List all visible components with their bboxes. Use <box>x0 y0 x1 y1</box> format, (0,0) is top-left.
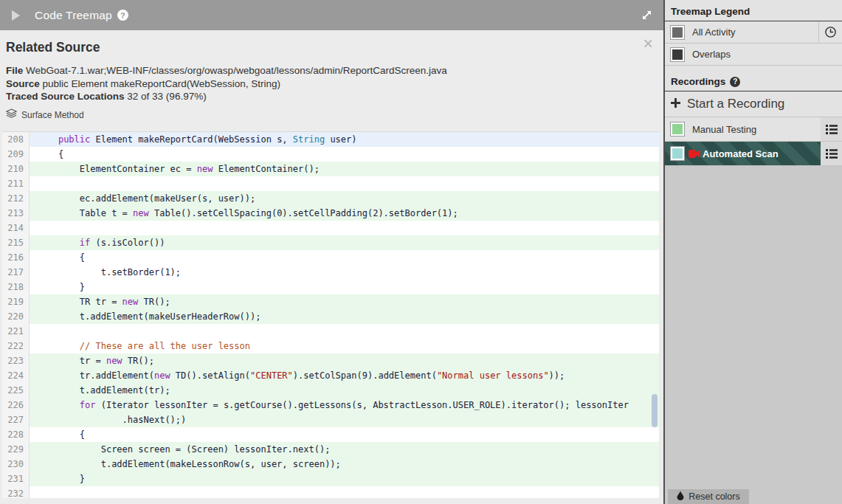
line-number: 208 <box>2 132 30 147</box>
legend-label: Overlaps <box>692 49 731 60</box>
code-line: 219 TR tr = new TR(); <box>2 294 659 309</box>
code-line: 210 ElementContainer ec = new ElementCon… <box>2 162 659 176</box>
source-label: Source <box>6 78 40 89</box>
code-line-text: tr.addElement(new TD().setAlign("CENTER"… <box>30 368 659 383</box>
code-line-text <box>30 221 659 235</box>
line-number: 224 <box>2 368 30 383</box>
code-line-text: public Element makeReportCard(WebSession… <box>30 132 659 147</box>
close-icon[interactable]: × <box>643 35 653 52</box>
line-number: 217 <box>2 265 30 280</box>
file-value: WebGoat-7.1.war;WEB-INF/classes/org/owas… <box>26 65 447 76</box>
code-line: 229 Screen screen = (Screen) lessonIter.… <box>2 442 659 457</box>
treemap-legend-title: Treemap Legend <box>665 0 842 21</box>
expand-icon[interactable] <box>641 9 653 21</box>
line-number: 226 <box>2 398 30 412</box>
recording-camera-icon <box>689 150 700 158</box>
traced-row: Traced Source Locations 32 of 33 (96.97%… <box>0 89 663 103</box>
line-number: 229 <box>2 442 30 457</box>
line-number: 212 <box>2 191 30 206</box>
start-recording-button[interactable]: Start a Recording <box>665 92 842 117</box>
code-line-text: Screen screen = (Screen) lessonIter.next… <box>30 442 659 457</box>
line-number: 214 <box>2 221 30 235</box>
history-clock-button[interactable] <box>818 21 842 43</box>
line-number: 228 <box>2 427 30 442</box>
recording-list-button[interactable] <box>821 142 842 165</box>
line-number: 232 <box>2 486 30 498</box>
line-number: 215 <box>2 235 30 250</box>
recordings-title-text: Recordings <box>671 76 725 87</box>
traced-value: 32 of 33 (96.97%) <box>127 91 206 102</box>
recording-item-main[interactable]: Automated Scan <box>665 142 821 165</box>
app-root: Code Treemap ? × Related Source File Web… <box>0 0 842 504</box>
reset-colors-button[interactable]: Reset colors <box>668 489 749 504</box>
code-line: 224 tr.addElement(new TD().setAlign("CEN… <box>2 368 659 383</box>
line-number: 223 <box>2 353 30 368</box>
sidebar-empty-area <box>665 166 842 504</box>
line-number: 218 <box>2 280 30 294</box>
recording-item-main[interactable]: Manual Testing <box>665 117 821 141</box>
plus-icon <box>671 97 680 111</box>
recording-item-automated-scan[interactable]: Automated Scan <box>665 142 842 166</box>
code-line-text: t.setBorder(1); <box>30 265 659 280</box>
code-line: 217 t.setBorder(1); <box>2 265 659 280</box>
code-line-text: { <box>30 427 659 442</box>
code-line: 213 Table t = new Table().setCellSpacing… <box>2 206 659 221</box>
code-line-text: t.addElement(makeUserHeaderRow()); <box>30 309 659 324</box>
code-line: 208 public Element makeReportCard(WebSes… <box>2 132 659 147</box>
recording-item-manual-testing[interactable]: Manual Testing <box>665 117 842 142</box>
traced-label: Traced Source Locations <box>6 91 125 102</box>
source-value: public Element makeReportCard(WebSession… <box>43 78 280 89</box>
recordings-help-icon[interactable]: ? <box>730 77 740 87</box>
code-line: 228 { <box>2 427 659 442</box>
page-title: Related Source <box>0 30 663 55</box>
code-line-text: } <box>30 280 659 294</box>
line-number: 231 <box>2 472 30 486</box>
start-recording-label: Start a Recording <box>687 97 784 111</box>
code-line: 211 <box>2 176 659 191</box>
line-number: 227 <box>2 412 30 427</box>
recording-list-button[interactable] <box>821 117 842 141</box>
code-line-text <box>30 324 659 339</box>
code-treemap-panel: Code Treemap ? × Related Source File Web… <box>0 0 663 504</box>
code-line: 215 if (s.isColor()) <box>2 235 659 250</box>
related-source-panel: × Related Source File WebGoat-7.1.war;WE… <box>0 30 663 504</box>
code-line: 232 <box>2 486 659 498</box>
code-line-text: } <box>30 472 659 486</box>
code-viewer[interactable]: 208 public Element makeReportCard(WebSes… <box>2 131 659 498</box>
recording-swatch <box>672 124 683 134</box>
line-number: 216 <box>2 250 30 265</box>
file-label: File <box>6 65 23 76</box>
code-line: 218 } <box>2 280 659 294</box>
code-line: 231 } <box>2 472 659 486</box>
legend-item-all-activity[interactable]: All Activity <box>665 21 842 44</box>
code-scrollbar[interactable] <box>652 394 658 427</box>
line-number: 222 <box>2 339 30 353</box>
code-line-text: if (s.isColor()) <box>30 235 659 250</box>
code-line: 225 t.addElement(tr); <box>2 383 659 398</box>
panel-header: Code Treemap ? <box>0 0 663 30</box>
treemap-legend-title-text: Treemap Legend <box>671 6 750 17</box>
code-line-text: { <box>30 147 659 162</box>
code-line: 230 t.addElement(makeLessonRow(s, user, … <box>2 457 659 472</box>
help-icon[interactable]: ? <box>117 10 128 21</box>
legend-item-overlaps[interactable]: Overlaps <box>665 44 842 66</box>
code-line-text: .hasNext();) <box>30 412 659 427</box>
layers-icon <box>6 108 17 121</box>
line-number: 219 <box>2 294 30 309</box>
code-line: 216 { <box>2 250 659 265</box>
code-line: 220 t.addElement(makeUserHeaderRow()); <box>2 309 659 324</box>
code-line-text: // These are all the user lesson <box>30 339 659 353</box>
code-line-text: TR tr = new TR(); <box>30 294 659 309</box>
line-number: 221 <box>2 324 30 339</box>
recording-swatch <box>672 148 683 159</box>
code-line-text: Table t = new Table().setCellSpacing(0).… <box>30 206 659 221</box>
droplet-icon <box>677 491 684 503</box>
legend-label: All Activity <box>692 27 736 38</box>
code-line-text: ElementContainer ec = new ElementContain… <box>30 162 659 176</box>
recording-label: Automated Scan <box>703 148 779 159</box>
code-lines: 208 public Element makeReportCard(WebSes… <box>2 132 659 498</box>
line-number: 230 <box>2 457 30 472</box>
sidebar: Treemap Legend All Activity Overlaps Rec… <box>663 0 842 504</box>
code-line: 226 for (Iterator lessonIter = s.getCour… <box>2 398 659 412</box>
collapse-caret-icon[interactable] <box>12 10 20 21</box>
